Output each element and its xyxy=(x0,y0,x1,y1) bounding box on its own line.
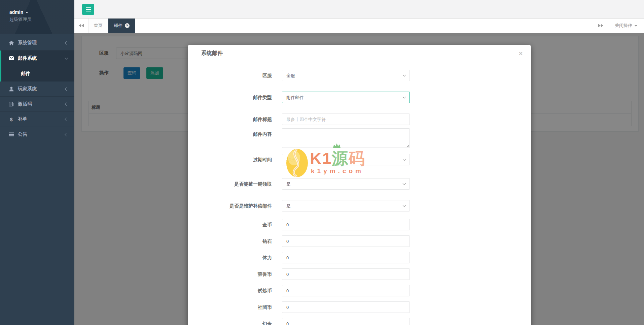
double-chevron-left-icon xyxy=(79,24,81,27)
chevron-down-icon xyxy=(65,56,68,59)
double-chevron-right-icon xyxy=(598,24,601,27)
field-label-maintenance-mail: 是否是维护补偿邮件 xyxy=(188,200,272,212)
envelope-icon xyxy=(8,56,14,60)
trial-coin-input[interactable] xyxy=(282,285,410,296)
home-icon xyxy=(8,40,14,45)
modal-body: 区服 全服 邮件类型 附件邮件 邮件标题 xyxy=(188,62,531,325)
field-label-one-key-claim: 是否能被一键领取 xyxy=(188,178,272,190)
sidebar-item-label: 邮件系统 xyxy=(18,55,65,61)
field-label-trial-coin: 试炼币 xyxy=(188,285,272,296)
magic-gold-input[interactable] xyxy=(282,318,410,325)
dollar-icon: $ xyxy=(8,117,14,122)
gold-input[interactable] xyxy=(282,219,410,230)
field-label-expire-time: 过期时间 xyxy=(188,154,272,165)
mail-title-input[interactable] xyxy=(282,113,410,125)
sidebar: admin 超级管理员 系统管理 邮件系统 xyxy=(0,0,74,325)
sidebar-item-label: 公告 xyxy=(18,131,65,137)
sidebar-item-activation-code[interactable]: 激活码 xyxy=(0,97,74,112)
caret-down-icon xyxy=(26,12,28,13)
system-mail-modal: 系统邮件 × 区服 全服 邮件类型 附件邮件 xyxy=(188,45,531,325)
sidebar-item-announcement[interactable]: 公告 xyxy=(0,127,74,142)
stamina-input[interactable] xyxy=(282,252,410,263)
mail-content-textarea[interactable] xyxy=(282,128,410,148)
field-label-magic-gold: 幻金 xyxy=(188,318,272,325)
field-label-club-coin: 社团币 xyxy=(188,301,272,313)
sidebar-menu: 系统管理 邮件系统 邮件 玩家系统 xyxy=(0,34,74,142)
field-label-honor-coin: 荣誉币 xyxy=(188,268,272,280)
sidebar-item-label: 系统管理 xyxy=(18,40,65,46)
sidebar-item-supplement-order[interactable]: $ 补单 xyxy=(0,112,74,127)
chevron-left-icon xyxy=(65,133,68,136)
close-actions-label: 关闭操作 xyxy=(615,23,632,29)
field-label-server: 区服 xyxy=(188,70,272,81)
modal-close-icon[interactable]: × xyxy=(519,50,523,57)
tab-label: 邮件 xyxy=(114,23,122,29)
honor-coin-input[interactable] xyxy=(282,268,410,280)
user-role: 超级管理员 xyxy=(9,17,74,23)
tab-label: 首页 xyxy=(94,23,103,29)
field-label-mail-type: 邮件类型 xyxy=(188,92,272,103)
club-coin-input[interactable] xyxy=(282,301,410,313)
tabs-scroll-left-button[interactable] xyxy=(74,19,88,33)
list-icon xyxy=(8,132,14,136)
expire-time-select[interactable]: 30天 xyxy=(282,154,410,165)
sidebar-item-label: 激活码 xyxy=(18,101,65,107)
caret-down-icon xyxy=(635,25,637,27)
main-area: 首页 邮件 × 关闭操作 区服 小皮源码网 xyxy=(74,0,644,325)
content-area: 区服 小皮源码网 操作 查询 添加 标题 xyxy=(74,33,644,325)
field-label-mail-content: 邮件内容 xyxy=(188,128,272,149)
close-actions-dropdown[interactable]: 关闭操作 xyxy=(608,19,644,33)
user-icon xyxy=(8,87,14,92)
chevron-left-icon xyxy=(65,102,68,106)
maintenance-mail-select[interactable]: 是 xyxy=(282,200,410,212)
sidebar-item-label: 玩家系统 xyxy=(18,86,65,92)
newspaper-icon xyxy=(8,102,14,106)
chevron-left-icon xyxy=(65,118,68,121)
diamond-input[interactable] xyxy=(282,235,410,247)
sidebar-item-system-management[interactable]: 系统管理 xyxy=(0,35,74,51)
modal-title: 系统邮件 xyxy=(201,50,519,57)
close-tab-icon[interactable]: × xyxy=(125,23,130,28)
app-window: admin 超级管理员 系统管理 邮件系统 xyxy=(0,0,644,325)
field-label-diamond: 钻石 xyxy=(188,235,272,247)
field-label-mail-title: 邮件标题 xyxy=(188,113,272,125)
user-name: admin xyxy=(9,9,23,15)
mail-type-select[interactable]: 附件邮件 xyxy=(282,92,410,103)
sidebar-item-label: 补单 xyxy=(18,116,65,122)
sidebar-subitem-label: 邮件 xyxy=(21,71,30,77)
tab-bar: 首页 邮件 × 关闭操作 xyxy=(74,19,644,33)
user-panel[interactable]: admin 超级管理员 xyxy=(0,0,74,34)
sidebar-group-mail-system: 邮件系统 邮件 xyxy=(0,51,74,82)
top-navbar xyxy=(74,0,644,19)
watermark-site: k1ym.com xyxy=(311,167,364,175)
chevron-left-icon xyxy=(65,87,68,91)
sidebar-item-player-system[interactable]: 玩家系统 xyxy=(0,82,74,97)
field-label-gold: 金币 xyxy=(188,219,272,230)
chevron-left-icon xyxy=(65,41,68,44)
tabs-scroll-right-button[interactable] xyxy=(593,19,608,33)
field-label-stamina: 体力 xyxy=(188,252,272,263)
tab-mail[interactable]: 邮件 × xyxy=(108,19,135,33)
hamburger-icon xyxy=(86,7,91,8)
tab-spacer xyxy=(135,19,593,33)
modal-header: 系统邮件 × xyxy=(188,45,531,62)
sidebar-subitem-mail[interactable]: 邮件 xyxy=(1,66,74,82)
tab-home[interactable]: 首页 xyxy=(88,19,108,33)
sidebar-toggle-button[interactable] xyxy=(82,4,94,15)
sidebar-item-mail-system[interactable]: 邮件系统 xyxy=(1,51,74,66)
server-scope-select[interactable]: 全服 xyxy=(282,70,410,81)
one-key-claim-select[interactable]: 是 xyxy=(282,178,410,190)
